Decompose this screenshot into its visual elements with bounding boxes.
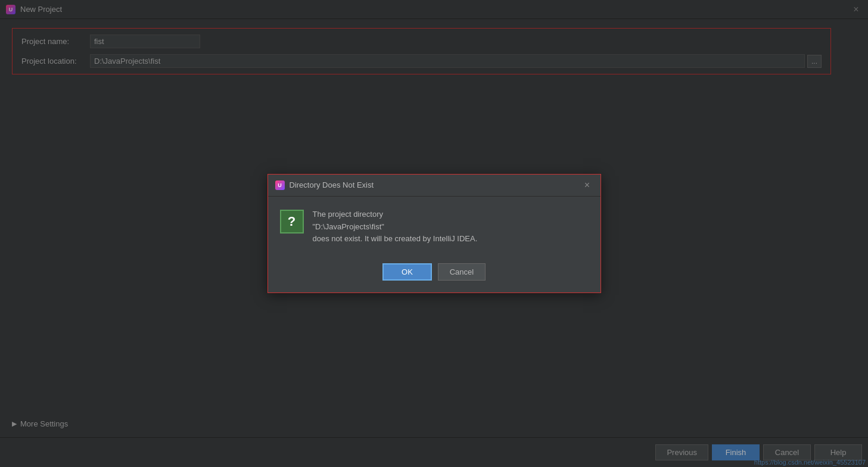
dialog-title: Directory Does Not Exist <box>290 180 581 189</box>
dialog-app-icon: U <box>275 180 285 190</box>
dialog-box: U Directory Does Not Exist × ? The proje… <box>267 174 601 293</box>
dialog-close-button[interactable]: × <box>581 179 593 191</box>
modal-overlay: U Directory Does Not Exist × ? The proje… <box>0 0 868 467</box>
dialog-message-line3: does not exist. It will be created by In… <box>313 233 478 245</box>
dialog-cancel-button[interactable]: Cancel <box>438 263 486 281</box>
dialog-question-icon: ? <box>288 214 295 229</box>
main-window: U New Project × Project name: Project lo… <box>0 0 868 467</box>
dialog-message: The project directory "D:\JavaProjects\f… <box>313 208 478 245</box>
dialog-ok-button[interactable]: OK <box>382 263 432 281</box>
dialog-question-icon-box: ? <box>280 210 304 234</box>
dialog-buttons: OK Cancel <box>268 257 601 292</box>
dialog-message-line2: "D:\JavaProjects\fist" <box>313 221 478 234</box>
dialog-title-bar: U Directory Does Not Exist × <box>268 175 601 197</box>
dialog-body: ? The project directory "D:\JavaProjects… <box>268 197 601 257</box>
dialog-message-line1: The project directory <box>313 208 478 221</box>
